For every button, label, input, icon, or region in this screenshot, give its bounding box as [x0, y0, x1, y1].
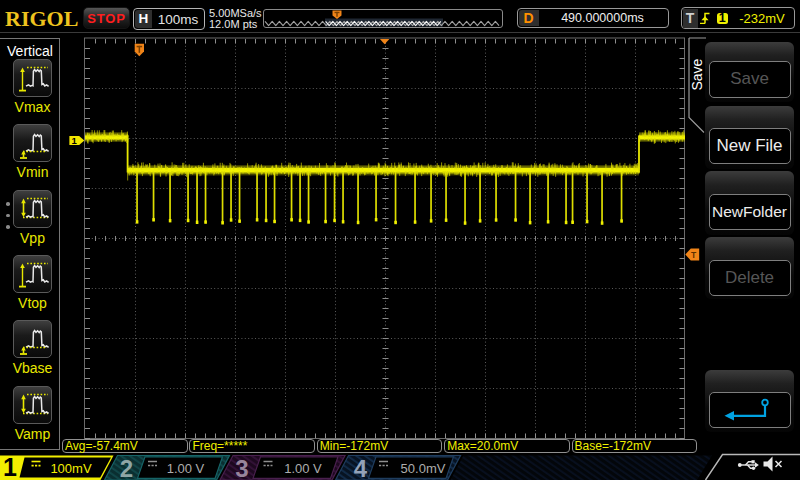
svg-text:2: 2 — [120, 455, 133, 480]
svg-text:1: 1 — [3, 453, 17, 480]
svg-text:50.0mV: 50.0mV — [401, 461, 446, 476]
svg-text:T: T — [691, 250, 697, 260]
svg-text:100mV: 100mV — [50, 461, 92, 476]
svg-text:4: 4 — [354, 455, 368, 480]
svg-text:1: 1 — [72, 135, 78, 146]
svg-text:1.00 V: 1.00 V — [284, 461, 322, 476]
svg-text:3: 3 — [235, 455, 248, 480]
svg-text:1.00 V: 1.00 V — [167, 461, 205, 476]
